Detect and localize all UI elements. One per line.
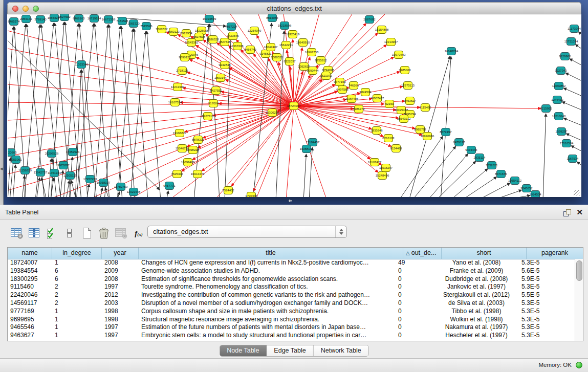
graph-node[interactable]: 746266 (349, 82, 359, 90)
graph-node[interactable]: 9474444 (465, 146, 477, 154)
graph-node[interactable]: 8912954 (180, 30, 192, 37)
graph-node[interactable]: 16648784 (445, 48, 459, 55)
graph-node[interactable]: 3769140 (34, 16, 47, 24)
graph-node[interactable]: 6497568 (336, 86, 349, 94)
column-header-in-degree[interactable]: in_degree (52, 248, 102, 259)
tab-edge-table[interactable]: Edge Table (267, 345, 313, 356)
graph-node[interactable]: 8186328 (207, 36, 219, 43)
graph-node[interactable]: 1599297 (555, 128, 568, 136)
table-row[interactable]: 1872400712008Changes of HCN gene express… (8, 259, 575, 267)
delete-columns-button[interactable] (95, 225, 113, 242)
graph-node[interactable]: 10719184 (88, 15, 101, 23)
resize-grip-icon[interactable] (574, 190, 580, 196)
memory-status-indicator[interactable] (576, 362, 582, 368)
scrollbar-thumb[interactable] (576, 260, 582, 281)
table-scrollbar[interactable] (575, 259, 583, 341)
table-row[interactable]: 1830029562008Estimation of significance … (8, 275, 575, 283)
delete-table-button[interactable] (113, 225, 130, 242)
table-row[interactable]: 969969511998Structural magnetic resonanc… (8, 316, 575, 324)
network-graph[interactable]: 8405574205414137691401065328715276026466… (8, 14, 581, 197)
float-panel-icon[interactable] (563, 209, 571, 216)
function-builder-button[interactable]: f(x) (130, 225, 147, 242)
graph-node[interactable]: 9777169 (334, 78, 346, 86)
graph-node[interactable]: 15248406 (376, 172, 389, 180)
graph-node[interactable]: 3824534 (359, 89, 372, 96)
window-titlebar[interactable]: citations_edges.txt (7, 2, 581, 14)
graph-node[interactable]: 1730345 (245, 192, 257, 198)
graph-node[interactable]: 62160 (385, 100, 395, 108)
graph-node[interactable]: 18325419 (286, 31, 300, 38)
close-panel-icon[interactable]: ✕ (576, 208, 583, 217)
graph-node[interactable]: 7857224 (225, 23, 237, 31)
graph-node[interactable]: 7986372 (353, 105, 365, 113)
graph-node[interactable]: 12213967 (384, 38, 398, 46)
tab-node-table[interactable]: Node Table (220, 345, 267, 356)
graph-node[interactable]: 16154808 (375, 26, 389, 34)
graph-node[interactable]: 12923448 (127, 188, 141, 196)
graph-node[interactable]: 2054141 (20, 15, 32, 23)
graph-node[interactable]: 8405574 (8, 18, 20, 26)
graph-node[interactable]: 16107427 (368, 159, 382, 166)
table-row[interactable]: 946554611997Estimation of the future num… (8, 323, 575, 332)
new-column-button[interactable] (78, 225, 95, 242)
graph-node[interactable]: 11173344 (568, 25, 581, 33)
graph-node[interactable]: 9129966 (559, 53, 571, 60)
graph-node[interactable]: 1527602 (58, 14, 71, 21)
graph-node[interactable]: 8813054 (266, 14, 278, 22)
graph-node[interactable]: 8351061 (10, 156, 22, 164)
graph-node[interactable]: 1423546 (227, 32, 239, 40)
graph-node[interactable]: 21053346 (75, 61, 89, 69)
graph-node[interactable]: 7524402 (222, 187, 234, 194)
graph-node[interactable]: 12213383 (171, 83, 185, 91)
graph-node[interactable]: 1024504 (529, 191, 541, 198)
graph-node[interactable]: 8878334 (192, 136, 204, 144)
graph-node[interactable]: 8679197 (440, 128, 452, 136)
graph-node[interactable]: 6479197 (453, 139, 465, 146)
graph-node[interactable]: 9990444 (307, 67, 319, 75)
graph-node[interactable]: 19166827 (173, 129, 187, 137)
graph-node[interactable]: 8322037 (284, 58, 296, 65)
column-header-name[interactable]: name (8, 248, 52, 259)
column-header-title[interactable]: title (139, 248, 403, 259)
collapse-arrow-icon[interactable]: ◀ (0, 167, 3, 170)
graph-node[interactable]: 11015297 (379, 164, 393, 172)
network-canvas[interactable]: 8405574205414137691401065328715276026466… (8, 14, 581, 197)
table-row[interactable]: 977716911998Corpus callosum shape and si… (8, 308, 575, 316)
graph-node[interactable]: 16107554 (168, 99, 182, 106)
graph-node[interactable]: 20206526 (45, 150, 59, 158)
graph-node[interactable]: 1244412 (551, 96, 563, 104)
graph-node[interactable]: 10807487 (371, 95, 384, 102)
graph-node[interactable]: 16033809 (203, 15, 216, 23)
table-row[interactable]: 1456911722003Disruption of a novel membe… (8, 299, 575, 308)
graph-node[interactable]: 8471676 (495, 170, 507, 178)
table-row[interactable]: 2242004622012Investigating the contribut… (8, 291, 575, 299)
graph-node[interactable]: 10973493 (392, 51, 406, 59)
graph-node[interactable]: 8215955 (540, 105, 552, 113)
column-header-out-de-[interactable]: △out_de... (403, 248, 442, 259)
graph-node[interactable]: 1833646 (371, 127, 383, 135)
column-header-short[interactable]: short (442, 248, 527, 259)
graph-node[interactable]: 1167534 (567, 155, 579, 163)
graph-node[interactable]: 8454749 (244, 46, 256, 54)
graph-node[interactable]: 7485063 (399, 67, 411, 74)
graph-node[interactable]: 9154469 (390, 145, 402, 152)
table-row[interactable]: 946362711997Embryonic stem cells: a mode… (8, 332, 575, 340)
graph-node[interactable]: 7632621 (486, 162, 498, 169)
graph-node[interactable]: 9245652 (520, 185, 533, 192)
graph-node[interactable]: 18640910 (296, 39, 310, 47)
graph-node[interactable]: 9755812 (315, 57, 327, 64)
column-header-pagerank[interactable]: pagerank (527, 248, 583, 259)
graph-node[interactable]: 1588520 (271, 54, 283, 61)
graph-node[interactable]: 2367608 (231, 42, 244, 50)
tab-network-table[interactable]: Network Table (314, 345, 368, 356)
graph-node[interactable]: 7515526 (140, 23, 153, 30)
graph-node[interactable]: 2087682 (363, 16, 376, 24)
graph-node[interactable]: 9498222 (187, 146, 199, 154)
graph-node[interactable]: 2718126 (176, 67, 188, 75)
graph-node[interactable]: 16914479 (191, 170, 205, 178)
graph-node[interactable]: 917004 (208, 100, 219, 107)
show-columns-button[interactable] (26, 225, 43, 242)
graph-node[interactable]: 13942757 (34, 169, 48, 177)
table-selector-dropdown[interactable]: citations_edges.txt (147, 226, 347, 238)
graph-node[interactable]: 12975115 (401, 82, 415, 90)
